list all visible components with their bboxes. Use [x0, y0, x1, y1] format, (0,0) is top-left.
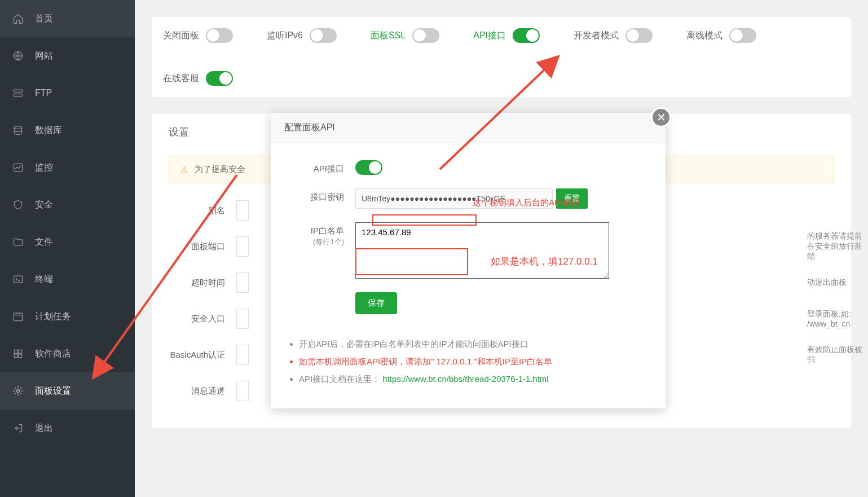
svg-rect-7	[14, 350, 17, 353]
home-icon	[11, 12, 25, 25]
alias-input[interactable]	[236, 200, 249, 221]
toggle-label: 面板SSL	[371, 30, 406, 42]
sidebar-item-database[interactable]: 数据库	[0, 112, 135, 149]
toggle-switch[interactable]	[513, 28, 540, 43]
sidebar-label: 面板设置	[35, 385, 71, 397]
svg-point-3	[14, 126, 21, 129]
exit-icon	[11, 421, 25, 435]
modal-title: 配置面板API	[271, 113, 666, 143]
folder-icon	[11, 235, 25, 249]
sidebar-item-terminal[interactable]: 终端	[0, 261, 135, 298]
sidebar-label: 网站	[35, 50, 53, 62]
sidebar-label: 数据库	[35, 125, 62, 137]
svg-rect-1	[14, 90, 23, 92]
svg-rect-5	[14, 276, 23, 283]
sidebar-label: 监控	[35, 162, 53, 174]
port-hint: 的服务器请提前在安全组放行新端	[807, 231, 868, 262]
api-key-input[interactable]	[355, 188, 553, 209]
calendar-icon	[11, 310, 25, 323]
toggle-offline: 离线模式	[686, 28, 756, 43]
sidebar-label: 退出	[35, 423, 53, 434]
database-icon	[11, 124, 25, 137]
toggle-label: 在线客服	[163, 73, 199, 85]
sidebar: 首页 网站 FTP 数据库 监控 安全 文件 终端 计划任务 软件商店 面板设置	[0, 0, 135, 497]
basicauth-input[interactable]	[236, 345, 249, 365]
sidebar-item-ftp[interactable]: FTP	[0, 74, 135, 112]
warning-icon: ⚠	[180, 165, 188, 175]
timeout-input[interactable]	[236, 272, 249, 293]
svg-rect-6	[14, 313, 23, 320]
svg-rect-8	[19, 350, 22, 353]
toggle-service: 在线客服	[163, 71, 840, 86]
sidebar-item-site[interactable]: 网站	[0, 37, 135, 74]
m-label: 接口密钥	[288, 188, 355, 203]
hint-prefix: API接口文档在这里：	[299, 374, 380, 384]
toggle-switch[interactable]	[729, 28, 756, 43]
form-label: 超时时间	[169, 278, 236, 288]
entry-hint: 登录面板,如: /www_bt_cn	[807, 309, 868, 328]
form-label: 安全入口	[169, 314, 236, 324]
form-label: 面板端口	[169, 241, 236, 252]
sidebar-item-security[interactable]: 安全	[0, 186, 135, 223]
modal-row-key: 接口密钥 重置	[288, 188, 649, 209]
sidebar-item-logout[interactable]: 退出	[0, 410, 135, 447]
toggle-switch[interactable]	[206, 71, 233, 86]
ftp-icon	[11, 86, 25, 100]
apps-icon	[11, 347, 25, 360]
toggle-label: 离线模式	[686, 30, 722, 42]
sidebar-label: 计划任务	[35, 311, 71, 323]
svg-rect-10	[19, 354, 22, 358]
modal-body: API接口 接口密钥 重置 IP白名单 (每行1个) 123.45.67.89 …	[271, 143, 666, 339]
toggle-panel: 关闭面板 监听IPv6 面板SSL API接口 开发者模式 离线模式 在线客服	[152, 17, 851, 97]
save-button[interactable]: 保存	[355, 292, 397, 314]
entry-input[interactable]	[236, 309, 249, 329]
modal-row-ip: IP白名单 (每行1个) 123.45.67.89	[288, 222, 649, 279]
toggle-ssl: 面板SSL	[371, 28, 439, 43]
sidebar-label: 终端	[35, 274, 53, 285]
m-label: IP白名单 (每行1个)	[288, 222, 355, 247]
port-input[interactable]	[236, 236, 249, 257]
api-doc-link[interactable]: https://www.bt.cn/bbs/thread-20376-1-1.h…	[382, 374, 548, 384]
gear-icon	[11, 384, 25, 398]
ip-label: IP白名单	[311, 226, 344, 235]
modal-row-api: API接口	[288, 160, 649, 175]
sidebar-item-panel-settings[interactable]: 面板设置	[0, 372, 135, 410]
sidebar-item-cron[interactable]: 计划任务	[0, 298, 135, 335]
form-label: 消息通道	[169, 386, 236, 397]
shield-icon	[11, 198, 25, 212]
ip-sublabel: (每行1个)	[313, 237, 344, 246]
toggle-label: 监听IPv6	[267, 30, 303, 42]
ip-whitelist-textarea[interactable]: 123.45.67.89	[355, 222, 609, 279]
toggle-label: 关闭面板	[163, 30, 199, 42]
tip-text: 为了提高安全	[195, 164, 245, 175]
form-label: 别名	[169, 205, 236, 216]
toggle-label: 开发者模式	[574, 30, 619, 42]
toggle-close-panel: 关闭面板	[163, 28, 233, 43]
toggle-switch[interactable]	[625, 28, 653, 43]
sidebar-label: 安全	[35, 199, 53, 211]
sidebar-label: 软件商店	[35, 348, 71, 360]
sidebar-item-home[interactable]: 首页	[0, 0, 135, 37]
form-label: BasicAuth认证	[169, 350, 236, 360]
reset-key-button[interactable]: 重置	[556, 188, 588, 209]
sidebar-label: 文件	[35, 236, 53, 248]
sidebar-item-store[interactable]: 软件商店	[0, 335, 135, 372]
sidebar-item-monitor[interactable]: 监控	[0, 149, 135, 186]
close-icon[interactable]: ✕	[651, 107, 671, 127]
toggle-api: API接口	[473, 28, 540, 43]
svg-rect-2	[14, 94, 23, 96]
svg-point-11	[17, 390, 20, 393]
m-label: API接口	[288, 160, 355, 174]
msg-input[interactable]	[236, 381, 249, 401]
hint-item: API接口文档在这里： https://www.bt.cn/bbs/thread…	[299, 374, 649, 385]
toggle-switch[interactable]	[412, 28, 439, 43]
api-config-modal: ✕ 配置面板API API接口 接口密钥 重置 IP白名单 (每行1个) 123…	[271, 113, 666, 408]
toggle-switch[interactable]	[206, 28, 233, 43]
sidebar-item-files[interactable]: 文件	[0, 223, 135, 261]
modal-api-toggle[interactable]	[355, 160, 382, 175]
sidebar-label: FTP	[35, 88, 52, 98]
timeout-hint: 动退出面板	[807, 278, 847, 288]
toggle-switch[interactable]	[310, 28, 337, 43]
chart-icon	[11, 161, 25, 174]
toggle-dev: 开发者模式	[574, 28, 653, 43]
